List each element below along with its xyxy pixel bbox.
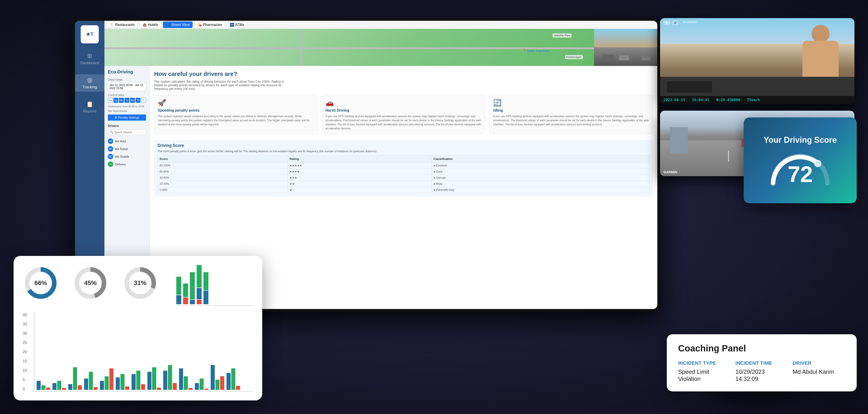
bar-red — [62, 388, 66, 390]
map-road-v — [300, 29, 302, 66]
play-button[interactable]: ▶ — [663, 20, 670, 25]
reports-icon: 📋 — [86, 101, 93, 108]
charts-panel: 66% 45% 31% — [13, 256, 262, 401]
day-fr[interactable]: Fr — [141, 98, 146, 103]
coaching-col-time: INCIDENT TIME 10/29/2023 14:32:09 — [735, 360, 788, 382]
sv-sky — [594, 29, 657, 47]
day-su[interactable]: Su — [114, 98, 119, 103]
street-view-image — [594, 29, 657, 66]
class-cell: ● Extremely risky — [432, 187, 649, 193]
camera-coords: N:20.458090 — [716, 98, 740, 102]
driver-item-2[interactable]: MR Md Rahat — [108, 145, 146, 153]
harsh-icon: 🚗 — [326, 99, 482, 107]
bar-blue — [195, 383, 199, 390]
eco-title: Eco Driving — [108, 69, 146, 74]
score-section: Driving Score The more penalty points a … — [154, 140, 653, 197]
rating-cell: ★ — [288, 187, 432, 193]
bar-g — [204, 272, 209, 290]
bar-blue — [179, 368, 183, 390]
driver-item-4[interactable]: D Delivery — [108, 160, 146, 168]
bar-g — [183, 283, 188, 297]
class-cell: ● Risky — [432, 181, 649, 187]
speeding-icon: 🚀 — [158, 99, 314, 107]
harsh-title: Harsh Driving — [326, 108, 482, 112]
score-table: Score Rating Classification 80-100% ★★★★… — [158, 155, 649, 193]
chart-bar-group-1 — [37, 381, 50, 390]
app-logo: ★T — [81, 25, 99, 43]
sidebar-item-dashboard[interactable]: ⊞ Dashboard — [75, 50, 104, 68]
chart-bar-group-4 — [84, 372, 98, 390]
driver-avatar-3: MS — [108, 154, 113, 159]
sidebar-item-tracking[interactable]: ◎ Tracking — [75, 74, 104, 92]
idling-title: Idling — [493, 108, 649, 112]
bar-blue — [68, 384, 72, 390]
donut-3: 31% — [122, 265, 158, 301]
table-row: 0-20% ★ ● Extremely risky — [158, 187, 649, 193]
bar-g — [176, 277, 181, 295]
day-mo[interactable]: Mo — [119, 98, 124, 103]
dashboard-screen — [667, 81, 712, 93]
score-cell: 0-20% — [158, 187, 288, 193]
coaching-col-driver: DRIVER Md Abdul Karim — [793, 360, 845, 382]
score-gauge-container: 72 — [769, 149, 832, 185]
tab-pharmacies[interactable]: 💊 Pharmacies — [194, 22, 225, 28]
bar-b — [176, 295, 181, 304]
y-label-5: 5 — [23, 377, 32, 382]
incident-time-value: 10/29/2023 14:32:09 — [735, 368, 788, 382]
camera-speed: 75km/h — [747, 98, 760, 102]
day-sa[interactable]: Sa — [108, 98, 113, 103]
y-label-20: 20 — [23, 350, 32, 354]
bar-red — [173, 383, 177, 390]
coaching-col-type: INCIDENT TYPE Speed Limit Violation — [678, 360, 731, 382]
chart-bar-group-10 — [179, 368, 193, 390]
score-widget-title: Your Driving Score — [764, 135, 837, 145]
bar-r — [197, 300, 202, 304]
tab-restaurants[interactable]: 🍴 Restaurants — [107, 22, 138, 28]
tab-atms[interactable]: 🏧 ATMs — [227, 22, 247, 28]
chart-bar-group-5 — [100, 368, 114, 390]
camera-date: 2022-04-15 — [663, 98, 685, 102]
penalty-settings-button[interactable]: ⚙ Penalty Settings — [108, 114, 146, 120]
tab-hotels[interactable]: 🏨 Hotels — [140, 22, 161, 28]
bar-green — [41, 385, 45, 390]
dashboard-icon: ⊞ — [87, 53, 92, 59]
day-we[interactable]: We — [130, 98, 135, 103]
class-cell: ● Excellent — [432, 163, 649, 169]
bar-red — [204, 389, 209, 390]
score-cell: 60-80% — [158, 169, 288, 175]
rating-cell: ★★ — [288, 181, 432, 187]
score-description: The more penalty points a driver gets th… — [158, 150, 649, 153]
control-time: Control time: from 00:00 to 23:59 — [108, 105, 146, 108]
harsh-text: If you use GPS tracking devices equipped… — [326, 114, 482, 131]
bar-blue — [226, 373, 230, 390]
bar-green — [152, 367, 156, 390]
bar-red — [188, 388, 193, 390]
score-cell: 20-40% — [158, 181, 288, 187]
day-th[interactable]: Th — [135, 98, 141, 103]
bar-b — [190, 300, 195, 304]
donut-label-3: 31% — [134, 279, 147, 287]
chart-bar-group-2 — [53, 381, 66, 390]
tab-streetview[interactable]: 🔵 Street View — [163, 22, 193, 28]
bar-red — [94, 387, 98, 390]
donut-label-2: 45% — [84, 279, 97, 287]
eco-description: The system calculates the rating of driv… — [154, 80, 290, 91]
y-label-30: 30 — [23, 331, 32, 336]
bar-group-3 — [190, 272, 195, 304]
score-cell: 40-60% — [158, 175, 288, 181]
driver-item-1[interactable]: MR Md Riad — [108, 137, 146, 145]
driver-item-3[interactable]: MS Md Shakib — [108, 153, 146, 160]
day-tu[interactable]: Tu — [125, 98, 129, 103]
garmin-logo: GARMIN — [663, 170, 677, 174]
sidebar-item-reports[interactable]: 📋 Reports — [75, 99, 104, 116]
map-road-h — [104, 47, 594, 49]
class-cell: ● Average — [432, 175, 649, 181]
sv-car1 — [603, 55, 614, 60]
score-number: 72 — [787, 163, 813, 185]
coaching-panel: Coaching Panel INCIDENT TYPE Speed Limit… — [667, 334, 857, 391]
bar-green — [231, 368, 235, 390]
y-label-40: 40 — [23, 313, 32, 317]
bar-blue — [84, 379, 88, 390]
sv-car2 — [619, 55, 629, 60]
sound-button[interactable]: 🔊 — [672, 20, 679, 25]
